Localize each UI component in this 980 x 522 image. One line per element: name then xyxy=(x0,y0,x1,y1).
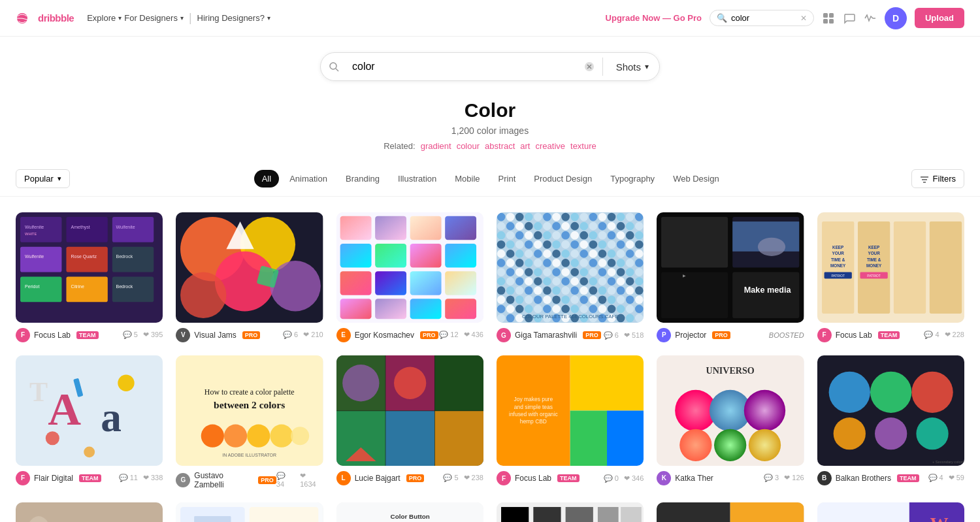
tab-illustration[interactable]: Illustration xyxy=(390,170,444,188)
shot-card[interactable]: A T a F Flair Digital TEAM 💬 11 ❤ 338 xyxy=(16,355,163,489)
author-name: Focus Lab xyxy=(836,331,872,340)
shot-card[interactable]: Joy makes pure and simple teas infused w… xyxy=(497,355,644,489)
shot-card[interactable]: E Egor Kosmachev PRO 💬 12 ❤ 436 xyxy=(336,212,483,342)
svg-point-96 xyxy=(534,231,542,240)
svg-point-187 xyxy=(635,277,644,285)
related-texture[interactable]: texture xyxy=(570,141,596,151)
shot-card[interactable]: UNIVERSO K Katka Ther 💬 3 ❤ 126 xyxy=(657,355,804,489)
shot-card[interactable]: 01 02 03 04 05 Green & Red Royal Blue & … xyxy=(657,502,804,522)
svg-point-82 xyxy=(552,222,561,231)
shot-image[interactable]: COLOUR PALETTE 414 COLOURS.CAFE xyxy=(497,212,644,323)
author-name: Giga Tamarashvili xyxy=(515,331,577,340)
user-avatar[interactable]: D xyxy=(885,7,907,29)
shot-image[interactable]: A T a xyxy=(16,355,163,466)
shot-card[interactable]: COLOUR PALETTE 414 COLOURS.CAFE G Giga T… xyxy=(497,212,644,342)
header-search-input[interactable] xyxy=(731,13,796,23)
shot-image[interactable]: Black & White Royal Blue & Light Grey xyxy=(497,502,644,522)
main-search-input[interactable] xyxy=(347,53,579,80)
shot-image[interactable]: KEEP YOUR TIME & MONEY PATRIOT KEEP YOUR… xyxy=(817,212,964,323)
shot-card[interactable]: Black & White Royal Blue & Light Grey B … xyxy=(497,502,644,522)
shot-image[interactable]: W IS K DYL xyxy=(817,502,964,522)
shot-card[interactable]: V Visual Jams PRO 💬 6 ❤ 210 xyxy=(176,212,323,342)
shot-image[interactable] xyxy=(336,355,483,466)
search-type-btn[interactable]: Shots ▾ xyxy=(606,53,659,80)
shot-meta: F Focus Lab TEAM 💬 4 ❤ 228 xyxy=(817,328,964,342)
messages-icon[interactable] xyxy=(843,12,856,25)
shot-card[interactable]: Color Button Red Green Blue Purple Contr… xyxy=(336,502,483,522)
sort-popular-btn[interactable]: Popular ▾ xyxy=(16,169,70,188)
header-search[interactable]: 🔍 ✕ xyxy=(710,10,814,26)
svg-point-169 xyxy=(617,268,625,276)
shot-card[interactable]: Make media ▶ P Projector PRO BOOSTED xyxy=(657,212,804,342)
related-abstract[interactable]: abstract xyxy=(485,141,515,151)
tab-product-design[interactable]: Product Design xyxy=(526,170,600,188)
shot-card[interactable]: WulfeniteWHITEAmethystWulfeniteWulfenite… xyxy=(16,212,163,342)
like-count: ❤ 126 xyxy=(784,474,804,482)
svg-rect-45 xyxy=(445,216,476,240)
shot-image[interactable]: UNIVERSO xyxy=(657,355,804,466)
tab-web-design[interactable]: Web Design xyxy=(665,170,727,188)
code-icon[interactable] xyxy=(822,12,835,25)
svg-point-286 xyxy=(84,446,95,457)
svg-point-148 xyxy=(570,259,579,267)
shot-image[interactable]: WulfeniteWHITEAmethystWulfeniteWulfenite… xyxy=(16,212,163,323)
comment-count: 💬 4 xyxy=(924,331,939,339)
upgrade-link[interactable]: Upgrade Now — Go Pro xyxy=(606,13,702,23)
tab-typography[interactable]: Typography xyxy=(602,170,662,188)
shot-image[interactable]: How to create a color palette between 2 … xyxy=(176,355,323,466)
shot-image[interactable]: ↗ xyxy=(16,502,163,522)
author-avatar: G xyxy=(497,328,511,342)
shot-card[interactable]: Find the most exciting startup jobs Get … xyxy=(176,502,323,522)
filter-icon xyxy=(920,174,929,184)
svg-point-179 xyxy=(561,277,570,285)
shot-image[interactable] xyxy=(336,212,483,323)
shot-image[interactable]: Joy makes pure and simple teas infused w… xyxy=(497,355,644,466)
shot-card[interactable]: L Lucie Bajgart PRO 💬 5 ❤ 238 xyxy=(336,355,483,489)
shot-image[interactable] xyxy=(176,212,323,323)
tab-print[interactable]: Print xyxy=(491,170,524,188)
related-creative[interactable]: creative xyxy=(535,141,565,151)
upload-button[interactable]: Upload xyxy=(915,8,964,28)
svg-point-181 xyxy=(580,277,588,285)
nav-hiring[interactable]: Hiring Designers? ▾ xyxy=(197,13,270,23)
comment-count: 💬 6 xyxy=(604,331,619,340)
svg-point-184 xyxy=(608,277,616,285)
shot-image[interactable]: Find the most exciting startup jobs Get … xyxy=(176,502,323,522)
svg-text:infused with organic: infused with organic xyxy=(509,411,558,417)
svg-rect-56 xyxy=(410,299,441,319)
tab-animation[interactable]: Animation xyxy=(282,170,335,188)
svg-point-101 xyxy=(580,231,588,240)
shot-card[interactable]: W IS K DYL I Illustrator PRO 💬 7 ❤ 445 xyxy=(817,502,964,522)
svg-point-143 xyxy=(525,259,533,267)
search-clear-btn[interactable] xyxy=(579,61,600,72)
header: dribbble Explore ▾ For Designers ▾ | Hir… xyxy=(0,0,980,37)
svg-point-209 xyxy=(543,295,551,304)
related-colour[interactable]: colour xyxy=(457,141,480,151)
related-gradient[interactable]: gradient xyxy=(421,141,451,151)
shot-card[interactable]: How to create a color palette between 2 … xyxy=(176,355,323,489)
shot-card[interactable]: KEEP YOUR TIME & MONEY PATRIOT KEEP YOUR… xyxy=(817,212,964,342)
tab-all[interactable]: All xyxy=(254,170,279,188)
svg-point-220 xyxy=(497,305,506,314)
svg-point-257 xyxy=(758,238,785,256)
activity-icon[interactable] xyxy=(864,12,877,25)
filters-btn[interactable]: Filters xyxy=(911,169,964,188)
logo[interactable]: dribbble xyxy=(16,12,74,25)
nav-explore[interactable]: Explore ▾ xyxy=(87,13,122,23)
shot-card[interactable]: ↗ S Studio Eye 💬 2 ❤ 89 xyxy=(16,502,163,522)
related-art[interactable]: art xyxy=(520,141,530,151)
tab-mobile[interactable]: Mobile xyxy=(447,170,487,188)
svg-rect-44 xyxy=(410,216,441,240)
shot-image[interactable]: Make media ▶ xyxy=(657,212,804,323)
nav-for-designers[interactable]: For Designers ▾ xyxy=(124,13,184,23)
shot-image[interactable]: + Secondary colors xyxy=(817,355,964,466)
main-nav: Explore ▾ For Designers ▾ | Hiring Desig… xyxy=(87,11,270,25)
shot-image[interactable]: Color Button Red Green Blue Purple Contr… xyxy=(336,502,483,522)
shot-card[interactable]: + Secondary colors B Balkan Brothers TEA… xyxy=(817,355,964,489)
svg-point-121 xyxy=(617,240,625,249)
shot-image[interactable]: 01 02 03 04 05 Green & Red Royal Blue & … xyxy=(657,502,804,522)
tab-branding[interactable]: Branding xyxy=(338,170,387,188)
header-search-clear[interactable]: ✕ xyxy=(800,14,807,23)
svg-rect-299 xyxy=(434,355,483,410)
author-badge: PRO xyxy=(420,331,438,339)
